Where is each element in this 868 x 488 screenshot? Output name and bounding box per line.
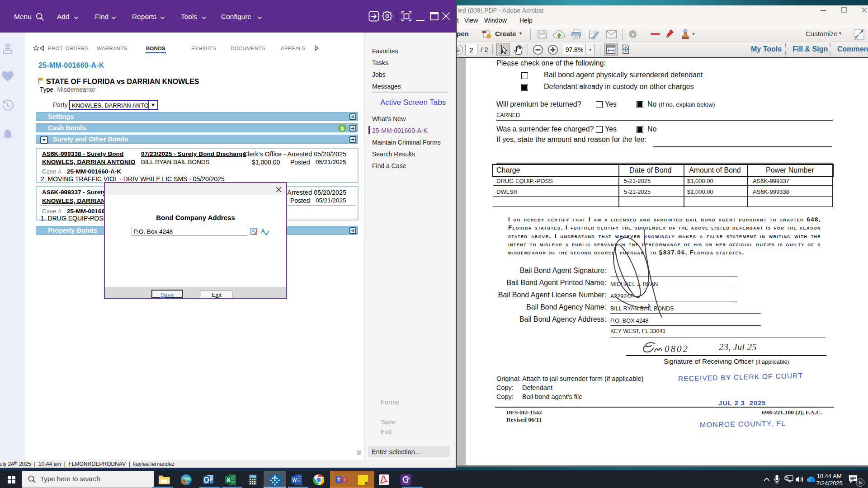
svg-text:5: 5 <box>859 480 862 485</box>
svg-text:$: $ <box>340 125 344 132</box>
svg-text:1: 1 <box>344 478 346 482</box>
